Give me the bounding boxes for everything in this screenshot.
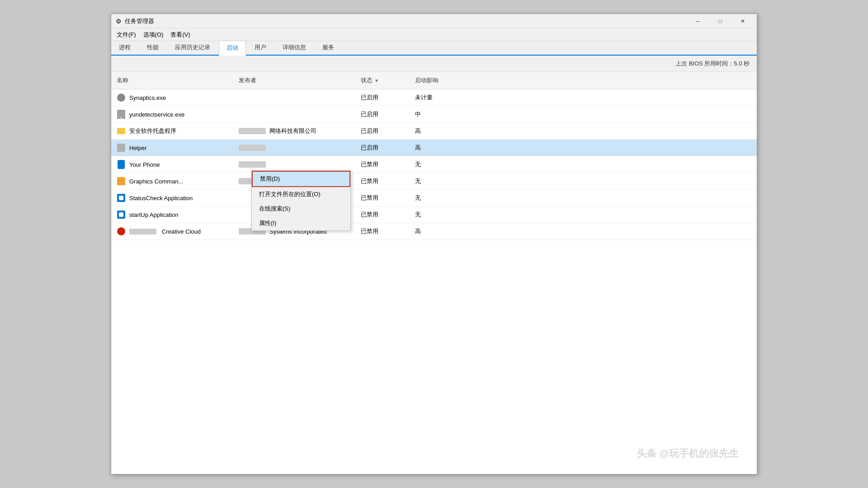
context-menu-properties[interactable]: 属性(I) — [252, 216, 350, 230]
cell-name: Graphics Comman... — [111, 173, 233, 189]
main-content: 名称 发布者 状态 ▼ 启动影响 Synaptics. — [111, 72, 757, 474]
tab-details[interactable]: 详细信息 — [275, 40, 314, 55]
table-row[interactable]: Creative Cloud Systems Incorporated 已禁用 … — [111, 223, 757, 240]
blurred-ms — [239, 161, 266, 168]
cell-name: ▲ yundetectservice.exe — [111, 106, 233, 122]
tab-startup[interactable]: 启动 — [219, 41, 246, 56]
table-row[interactable]: Your Phone 已禁用 无 — [111, 156, 757, 173]
blurred-cc-prefix — [129, 229, 156, 235]
cell-name: Creative Cloud — [111, 223, 233, 239]
cell-publisher — [233, 140, 355, 156]
menu-file[interactable]: 文件(F) — [113, 29, 140, 41]
sort-arrow-icon: ▼ — [374, 78, 379, 83]
cell-status: 已启用 — [355, 140, 410, 156]
header-impact: 启动影响 — [410, 75, 464, 86]
header-name: 名称 — [111, 75, 233, 86]
cell-name: 安全软件托盘程序 — [111, 123, 233, 139]
table-row[interactable]: startUp Application 已禁用 无 — [111, 206, 757, 223]
cell-impact: 无 — [410, 173, 464, 189]
title-bar: ⚙ 任务管理器 ─ □ ✕ — [111, 14, 757, 28]
cell-extra — [464, 173, 757, 189]
cell-impact: 高 — [410, 140, 464, 156]
tab-users[interactable]: 用户 — [247, 40, 274, 55]
header-publisher: 发布者 — [233, 75, 355, 86]
tab-bar: 进程 性能 应用历史记录 启动 用户 详细信息 服务 — [111, 41, 757, 56]
cell-extra — [464, 123, 757, 139]
cell-name: StatusCheck Application — [111, 190, 233, 206]
app-icon-synaptics — [117, 93, 126, 102]
table-body: Synaptics.exe 已启用 未计量 ▲ yundetectservice… — [111, 89, 757, 240]
table-header: 名称 发布者 状态 ▼ 启动影响 — [111, 72, 757, 89]
cell-impact: 中 — [410, 106, 464, 122]
minimize-button[interactable]: ─ — [687, 14, 708, 28]
cell-status: 已禁用 — [355, 156, 410, 173]
bios-label: 上次 BIOS 所用时间： — [675, 60, 734, 68]
app-icon-yourphone — [117, 160, 126, 169]
app-icon-yun: ▲ — [117, 110, 126, 119]
cell-status: 已禁用 — [355, 173, 410, 189]
tab-app-history[interactable]: 应用历史记录 — [167, 40, 218, 55]
cell-status: 已启用 — [355, 106, 410, 122]
title-bar-left: ⚙ 任务管理器 — [115, 17, 154, 25]
app-icon-statuscheck — [117, 193, 126, 202]
context-menu-search-online[interactable]: 在线搜索(S) — [252, 202, 350, 216]
bios-value: 5.0 秒 — [734, 60, 750, 68]
table-row[interactable]: 安全软件托盘程序 网络科技有限公司 已启用 高 — [111, 123, 757, 140]
window-title: 任务管理器 — [125, 17, 154, 25]
app-icon-startup — [117, 210, 126, 219]
app-icon-graphics — [117, 177, 126, 186]
cell-publisher — [233, 89, 355, 106]
menu-options[interactable]: 选项(O) — [140, 29, 167, 41]
table-row[interactable]: StatusCheck Application 已禁用 无 — [111, 190, 757, 206]
cell-status: 已禁用 — [355, 223, 410, 239]
close-button[interactable]: ✕ — [732, 14, 753, 28]
app-icon-helper — [117, 143, 126, 152]
cell-status: 已启用 — [355, 89, 410, 106]
cell-extra — [464, 156, 757, 173]
header-extra — [464, 75, 757, 86]
table-row-helper[interactable]: Helper 已启用 高 — [111, 140, 757, 156]
cell-name: startUp Application — [111, 206, 233, 223]
cell-impact: 无 — [410, 190, 464, 206]
maximize-button[interactable]: □ — [710, 14, 731, 28]
table-row[interactable]: Synaptics.exe 已启用 未计量 — [111, 89, 757, 106]
cell-extra — [464, 89, 757, 106]
menu-bar: 文件(F) 选项(O) 查看(V) — [111, 28, 757, 41]
cell-publisher: 网络科技有限公司 — [233, 123, 355, 139]
tab-process[interactable]: 进程 — [111, 40, 138, 55]
watermark: 头条 @玩手机的张先生 — [637, 447, 739, 460]
cell-status: 已禁用 — [355, 206, 410, 223]
cell-name: Your Phone — [111, 156, 233, 173]
table-row[interactable]: Graphics Comman... 已禁用 无 — [111, 173, 757, 190]
tab-performance[interactable]: 性能 — [139, 40, 166, 55]
app-icon-creativecloud — [117, 227, 126, 236]
context-menu-disable[interactable]: 禁用(D) — [252, 171, 350, 187]
window-controls: ─ □ ✕ — [687, 14, 753, 28]
cell-name: Synaptics.exe — [111, 89, 233, 106]
cell-impact: 高 — [410, 223, 464, 239]
cell-extra — [464, 206, 757, 223]
cell-name: Helper — [111, 140, 233, 156]
bios-bar: 上次 BIOS 所用时间： 5.0 秒 — [111, 56, 757, 72]
context-menu-open-location[interactable]: 打开文件所在的位置(O) — [252, 187, 350, 202]
cell-impact: 未计量 — [410, 89, 464, 106]
cell-status: 已启用 — [355, 123, 410, 139]
tab-services[interactable]: 服务 — [315, 40, 342, 55]
cell-impact: 无 — [410, 156, 464, 173]
blurred-publisher — [239, 128, 266, 134]
table-row[interactable]: ▲ yundetectservice.exe 已启用 中 — [111, 106, 757, 123]
app-icon: ⚙ — [115, 18, 122, 25]
context-menu: 禁用(D) 打开文件所在的位置(O) 在线搜索(S) 属性(I) — [251, 170, 351, 231]
cell-impact: 无 — [410, 206, 464, 223]
app-icon-security — [117, 127, 126, 136]
menu-view[interactable]: 查看(V) — [167, 29, 193, 41]
cell-extra — [464, 140, 757, 156]
task-manager-window: ⚙ 任务管理器 ─ □ ✕ 文件(F) 选项(O) 查看(V) 进程 性能 应用… — [111, 14, 757, 474]
cell-extra — [464, 106, 757, 122]
cell-impact: 高 — [410, 123, 464, 139]
cell-status: 已禁用 — [355, 190, 410, 206]
blurred-publisher2 — [239, 145, 266, 151]
cell-extra — [464, 190, 757, 206]
cell-extra — [464, 223, 757, 239]
cell-publisher — [233, 106, 355, 122]
